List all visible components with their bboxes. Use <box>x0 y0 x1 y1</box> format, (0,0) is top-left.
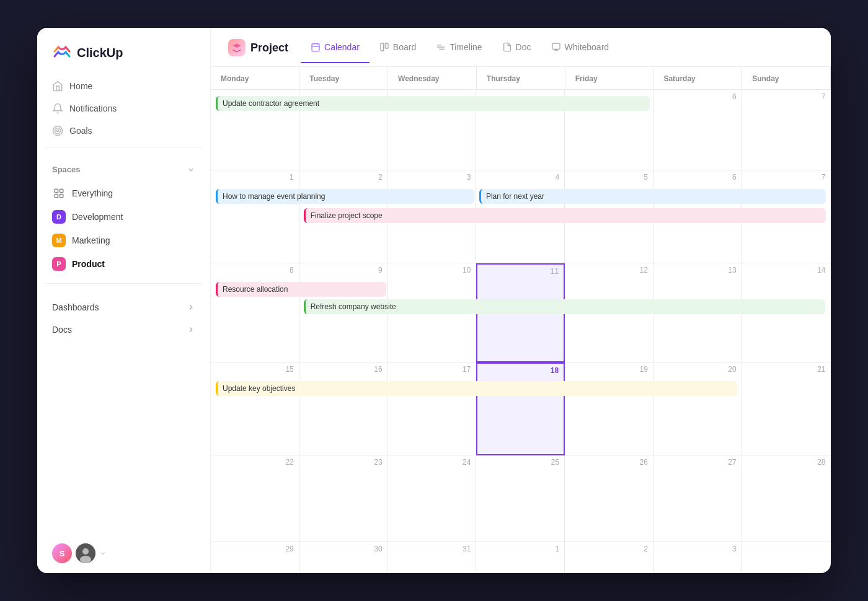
svg-rect-5 <box>55 195 58 198</box>
dropdown-arrow-icon[interactable] <box>99 550 107 557</box>
event-plan-next-year-block[interactable]: Plan for next year <box>479 189 826 204</box>
spaces-header[interactable]: Spaces <box>52 165 195 174</box>
svg-rect-14 <box>381 43 384 51</box>
svg-rect-3 <box>55 189 58 192</box>
event-finalize-project[interactable]: Finalize project scope <box>304 208 826 223</box>
week-0-events-container: 6 7 Update contractor agreement <box>211 90 831 171</box>
sidebar-footer: S <box>37 533 210 573</box>
topbar-tabs: Calendar Board Timeline <box>301 42 619 63</box>
cell-w5-5[interactable]: 2 <box>565 542 653 573</box>
cell-w4-3[interactable]: 24 <box>388 455 477 542</box>
tab-calendar[interactable]: Calendar <box>301 42 370 63</box>
event-row-1-2: Finalize project scope <box>213 207 828 224</box>
event-row-1-1: How to manage event planning Plan for ne… <box>213 188 828 205</box>
tab-board[interactable]: Board <box>370 42 426 63</box>
tab-timeline[interactable]: Timeline <box>426 42 492 63</box>
sidebar-item-notifications[interactable]: Notifications <box>45 97 203 120</box>
cell-w5-4[interactable]: 1 <box>476 542 565 573</box>
cell-w5-7[interactable] <box>742 542 831 573</box>
week-4-bg: 22 23 24 25 26 27 28 <box>211 455 831 542</box>
development-label: Development <box>72 212 123 222</box>
cell-w4-2[interactable]: 23 <box>299 455 388 542</box>
event-finalize: Finalize project scope <box>301 207 828 224</box>
week-4-events: 22 23 24 25 26 27 28 <box>211 455 831 542</box>
avatar-photo[interactable] <box>76 543 95 563</box>
sidebar-item-product[interactable]: P Product <box>45 252 203 276</box>
event-refresh-web: Refresh company website <box>301 298 828 315</box>
week-0-events: 6 7 Update contractor agreement <box>211 90 831 170</box>
col-tuesday: Tuesday <box>299 67 388 90</box>
tab-doc[interactable]: Doc <box>492 42 541 63</box>
event-resource-alloc: Resource allocation <box>213 281 389 298</box>
col-friday: Friday <box>565 67 653 90</box>
spaces-section: Spaces <box>37 152 210 179</box>
sidebar-nav: Home Notifications Goals <box>37 75 210 142</box>
project-title: Project <box>250 42 288 55</box>
event-refresh-website[interactable]: Refresh company website <box>304 299 826 314</box>
week-2-event-overlay: Resource allocation Refresh company webs… <box>211 263 831 318</box>
svg-point-8 <box>82 548 89 555</box>
avatar-s[interactable]: S <box>52 543 72 563</box>
calendar-week-4: 22 23 24 25 26 27 28 <box>211 455 831 542</box>
svg-rect-15 <box>385 43 388 48</box>
event-row-3-1: Update key objectives <box>213 380 828 397</box>
sidebar-item-dashboards[interactable]: Dashboards <box>45 296 203 318</box>
cell-w4-6[interactable]: 27 <box>653 455 742 542</box>
cell-w5-3[interactable]: 31 <box>388 542 477 573</box>
week-1-events: 1 2 3 4 5 6 7 <box>211 170 831 263</box>
home-icon <box>52 81 63 92</box>
cell-w5-1[interactable]: 29 <box>211 542 299 573</box>
sidebar-bottom: Dashboards Docs <box>37 291 210 346</box>
sidebar: ClickUp Home Notifications <box>37 28 211 573</box>
cell-w4-4[interactable]: 25 <box>476 455 565 542</box>
sidebar-item-docs[interactable]: Docs <box>45 318 203 341</box>
week-3-events: 15 16 17 18 19 20 21 <box>211 362 831 455</box>
timeline-tab-label: Timeline <box>450 42 482 52</box>
event-how-to-manage[interactable]: How to manage event planning <box>216 189 474 204</box>
week-5-events: 29 30 31 1 2 3 <box>211 542 831 573</box>
event-update-contractor[interactable]: Update contractor agreement <box>216 96 650 111</box>
spaces-list: Everything D Development M Marketing P P… <box>37 179 210 278</box>
app-name: ClickUp <box>77 46 123 60</box>
event-row-2-1: Resource allocation Refresh company webs… <box>213 281 828 315</box>
week-1-event-overlay: How to manage event planning Plan for ne… <box>211 170 831 227</box>
col-thursday: Thursday <box>476 67 565 90</box>
event-update-objectives[interactable]: Update key objectives <box>216 381 738 396</box>
svg-rect-4 <box>60 189 63 192</box>
tab-whiteboard[interactable]: Whiteboard <box>541 42 619 63</box>
product-badge: P <box>52 257 66 271</box>
docs-label: Docs <box>52 325 72 335</box>
cell-w4-7[interactable]: 28 <box>742 455 831 542</box>
sidebar-item-marketing[interactable]: M Marketing <box>45 229 203 252</box>
sidebar-item-everything[interactable]: Everything <box>45 182 203 205</box>
cell-w4-1[interactable]: 22 <box>211 455 299 542</box>
grid-icon <box>52 186 66 200</box>
timeline-tab-icon <box>436 42 446 52</box>
week-4-events-container: 22 23 24 25 26 27 28 <box>211 455 831 542</box>
week-5-events-container: 29 30 31 1 2 3 <box>211 542 831 573</box>
week-0-event-overlay: Update contractor agreement <box>211 90 831 115</box>
cell-w5-6[interactable]: 3 <box>653 542 742 573</box>
calendar-table: Monday Tuesday Wednesday Thursday Friday… <box>211 67 831 573</box>
dashboards-label: Dashboards <box>52 302 99 312</box>
event-contractor: Update contractor agreement <box>213 95 652 112</box>
event-plan-next-year: Plan for next year <box>477 188 828 205</box>
divider-2 <box>45 283 203 284</box>
doc-tab-icon <box>502 42 512 52</box>
marketing-badge: M <box>52 234 66 247</box>
week-1-events-container: 1 2 3 4 5 6 7 <box>211 170 831 263</box>
logo-area[interactable]: ClickUp <box>37 28 210 75</box>
goals-label: Goals <box>69 126 92 136</box>
col-sunday: Sunday <box>742 67 831 90</box>
calendar-tab-label: Calendar <box>324 42 360 52</box>
cell-w4-5[interactable]: 26 <box>565 455 653 542</box>
topbar: Project Calendar <box>211 28 831 67</box>
sidebar-item-home[interactable]: Home <box>45 75 203 97</box>
sidebar-item-development[interactable]: D Development <box>45 205 203 229</box>
event-resource-allocation[interactable]: Resource allocation <box>216 282 386 297</box>
everything-label: Everything <box>72 188 113 198</box>
calendar-container[interactable]: Monday Tuesday Wednesday Thursday Friday… <box>211 67 831 573</box>
col-wednesday: Wednesday <box>388 67 477 90</box>
cell-w5-2[interactable]: 30 <box>299 542 388 573</box>
sidebar-item-goals[interactable]: Goals <box>45 120 203 142</box>
